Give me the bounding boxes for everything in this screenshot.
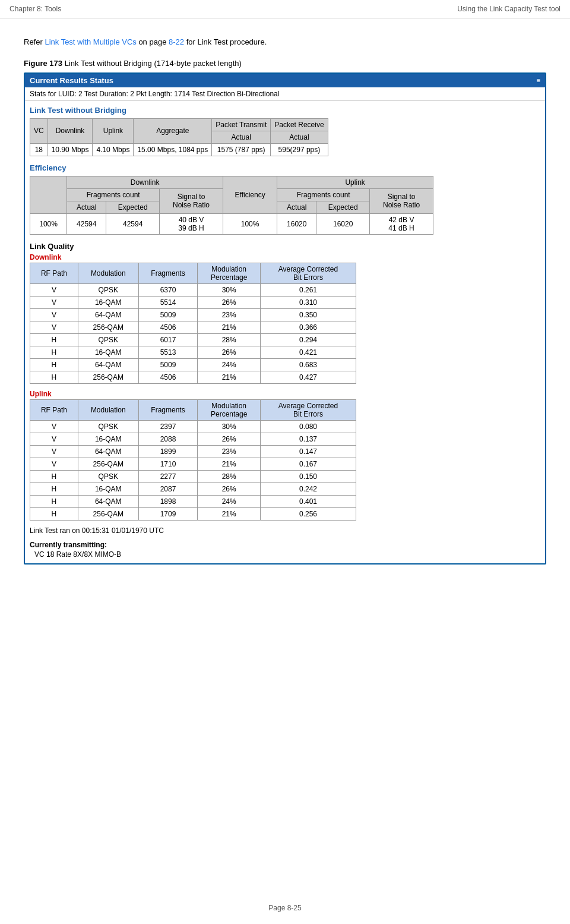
efficiency-table: Downlink Efficiency Uplink Fragments cou… [30, 176, 433, 235]
efficiency-row: 100% 42594 42594 40 dB V 39 dB H 100% 16… [30, 213, 433, 234]
dl-rf: H [30, 371, 78, 383]
eff-ul-expected: 16020 [316, 213, 370, 234]
dl-frags: 4506 [138, 321, 198, 333]
figure-caption: Figure 173 Link Test without Bridging (1… [24, 59, 546, 68]
dl-frags: 5513 [138, 346, 198, 358]
dl-pct: 23% [198, 308, 261, 321]
dl-frags: 5009 [138, 308, 198, 321]
ul-mod: QPSK [78, 470, 138, 483]
ul-frags: 1899 [138, 445, 198, 458]
link-test-title: Link Test without Bridging [30, 106, 540, 115]
row-packet-receive: 595(297 pps) [271, 143, 328, 156]
link-quality-title: Link Quality [30, 242, 540, 251]
ul-pct: 28% [198, 470, 261, 483]
th-uplink-group: Uplink [277, 176, 433, 188]
results-header-icon[interactable]: ≡ [537, 77, 540, 84]
link-test-vcs-link[interactable]: Link Test with Multiple VCs [45, 37, 136, 46]
chapter-label: Chapter 8: Tools [10, 5, 61, 13]
dl-pct: 21% [198, 321, 261, 333]
th-ul-expected: Expected [316, 201, 370, 213]
link-test-table: VC Downlink Uplink Aggregate Packet Tran… [30, 118, 328, 156]
dl-pct: 21% [198, 371, 261, 383]
th-dl-rf: RF Path [30, 263, 78, 283]
dl-mod: 64-QAM [78, 308, 138, 321]
ul-errors: 0.147 [260, 445, 356, 458]
th-downlink: Downlink [48, 118, 93, 143]
eff-dl-expected: 42594 [106, 213, 160, 234]
uplink-row: H 256-QAM 1709 21% 0.256 [30, 507, 356, 520]
dl-mod: 16-QAM [78, 346, 138, 358]
results-box: Current Results Status ≡ Stats for LUID:… [24, 72, 546, 565]
ul-errors: 0.080 [260, 420, 356, 433]
dl-mod: 64-QAM [78, 358, 138, 371]
link-test-timestamp: Link Test ran on 00:15:31 01/01/1970 UTC [30, 526, 164, 535]
results-header: Current Results Status ≡ [25, 74, 545, 87]
section-label: Using the Link Capacity Test tool [457, 5, 560, 13]
th-actual-transmit: Actual [212, 131, 271, 143]
row-aggregate: 15.00 Mbps, 1084 pps [134, 143, 212, 156]
refer-prefix: Refer [24, 37, 45, 46]
downlink-row: V 256-QAM 4506 21% 0.366 [30, 321, 356, 333]
downlink-label: Downlink [30, 253, 540, 261]
dl-frags: 5514 [138, 296, 198, 308]
eff-dl-actual: 42594 [67, 213, 106, 234]
link-quality-section: Link Quality Downlink RF Path Modulation… [25, 237, 545, 523]
eff-ul-efficiency: 100% [223, 213, 277, 234]
results-header-title: Current Results Status [30, 76, 113, 85]
th-dl-mod: Modulation [78, 263, 138, 283]
dl-pct: 28% [198, 333, 261, 346]
refer-middle: on page [137, 37, 169, 46]
dl-pct: 24% [198, 358, 261, 371]
dl-frags: 6370 [138, 283, 198, 296]
th-dl-snr: Signal toNoise Ratio [160, 188, 223, 213]
ul-rf: V [30, 445, 78, 458]
eff-ul-actual: 16020 [277, 213, 316, 234]
ul-rf: H [30, 483, 78, 495]
ul-rf: H [30, 470, 78, 483]
th-downlink-group: Downlink [67, 176, 223, 188]
dl-rf: V [30, 283, 78, 296]
uplink-row: V QPSK 2397 30% 0.080 [30, 420, 356, 433]
dl-errors: 0.683 [260, 358, 356, 371]
page-ref-link[interactable]: 8-22 [169, 37, 184, 46]
uplink-row: H 64-QAM 1898 24% 0.401 [30, 495, 356, 507]
page-header: Chapter 8: Tools Using the Link Capacity… [0, 0, 570, 18]
row-vc: 18 [30, 143, 48, 156]
uplink-label: Uplink [30, 390, 540, 398]
th-dl-avgerr: Average CorrectedBit Errors [260, 263, 356, 283]
ul-mod: 256-QAM [78, 458, 138, 470]
dl-errors: 0.421 [260, 346, 356, 358]
dl-mod: 256-QAM [78, 321, 138, 333]
dl-mod: QPSK [78, 333, 138, 346]
th-eff-efficiency-dl [30, 176, 67, 213]
downlink-row: V 16-QAM 5514 26% 0.310 [30, 296, 356, 308]
ul-pct: 24% [198, 495, 261, 507]
figure-title: Link Test without Bridging (1714-byte pa… [65, 59, 242, 68]
ul-errors: 0.167 [260, 458, 356, 470]
th-dl-fragments: Fragments count [67, 188, 160, 201]
ul-pct: 23% [198, 445, 261, 458]
downlink-row: H 64-QAM 5009 24% 0.683 [30, 358, 356, 371]
th-ul-rf: RF Path [30, 399, 78, 420]
transmitting-value: VC 18 Rate 8X/8X MIMO-B [25, 550, 545, 563]
th-dl-expected: Expected [106, 201, 160, 213]
downlink-quality-table: RF Path Modulation Fragments ModulationP… [30, 263, 356, 384]
dl-rf: H [30, 333, 78, 346]
downlink-row: V QPSK 6370 30% 0.261 [30, 283, 356, 296]
ul-frags: 2087 [138, 483, 198, 495]
page-number: Page 8-25 [268, 904, 301, 912]
dl-rf: V [30, 296, 78, 308]
dl-mod: QPSK [78, 283, 138, 296]
dl-errors: 0.294 [260, 333, 356, 346]
ul-rf: H [30, 507, 78, 520]
stats-text: Stats for LUID: 2 Test Duration: 2 Pkt L… [30, 90, 279, 98]
ul-frags: 2277 [138, 470, 198, 483]
dl-frags: 5009 [138, 358, 198, 371]
ul-mod: 64-QAM [78, 495, 138, 507]
ul-pct: 26% [198, 433, 261, 445]
th-dl-modpct: ModulationPercentage [198, 263, 261, 283]
uplink-row: V 16-QAM 2088 26% 0.137 [30, 433, 356, 445]
th-ul-snr: Signal toNoise Ratio [370, 188, 433, 213]
uplink-row: H QPSK 2277 28% 0.150 [30, 470, 356, 483]
dl-frags: 4506 [138, 371, 198, 383]
